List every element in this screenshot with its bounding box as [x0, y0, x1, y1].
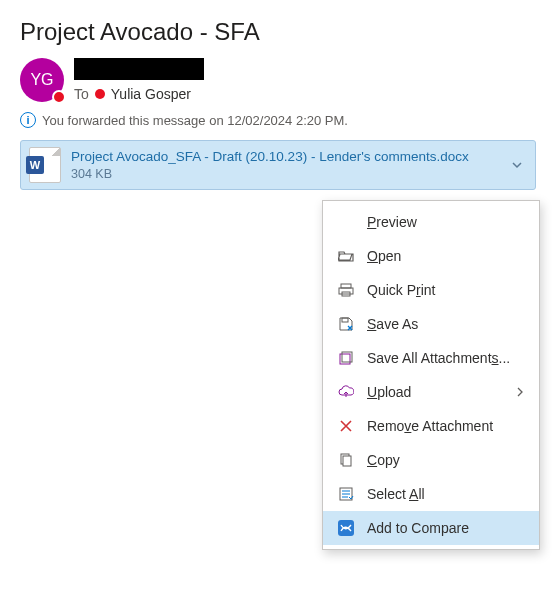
copy-icon [337, 451, 355, 469]
menu-add-to-compare[interactable]: Add to Compare [323, 511, 539, 545]
menu-remove-label: Remove Attachment [367, 418, 525, 434]
menu-select-all-label: Select All [367, 486, 525, 502]
compare-icon [337, 519, 355, 537]
chevron-right-icon [515, 387, 525, 397]
info-icon: i [20, 112, 36, 128]
menu-open[interactable]: Open [323, 239, 539, 273]
menu-preview[interactable]: Preview [323, 205, 539, 239]
presence-dot-icon [52, 90, 66, 104]
word-badge: W [26, 156, 44, 174]
recipient-name[interactable]: Yulia Gosper [111, 86, 191, 102]
printer-icon [337, 281, 355, 299]
menu-add-to-compare-label: Add to Compare [367, 520, 525, 536]
menu-upload[interactable]: Upload [323, 375, 539, 409]
svg-rect-0 [341, 284, 351, 288]
menu-quick-print[interactable]: Quick Print [323, 273, 539, 307]
svg-rect-9 [338, 520, 354, 536]
open-folder-icon [337, 247, 355, 265]
sender-name-redacted [74, 58, 204, 80]
recipient-presence-icon [95, 89, 105, 99]
save-as-icon [337, 315, 355, 333]
menu-save-all-label: Save All Attachments... [367, 350, 525, 366]
attachment-chip[interactable]: W Project Avocado_SFA - Draft (20.10.23)… [20, 140, 536, 190]
menu-remove-attachment[interactable]: Remove Attachment [323, 409, 539, 443]
select-all-icon [337, 485, 355, 503]
sender-avatar[interactable]: YG [20, 58, 64, 102]
menu-copy-label: Copy [367, 452, 525, 468]
svg-rect-1 [339, 288, 353, 294]
menu-preview-label: Preview [367, 214, 525, 230]
email-header: YG To Yulia Gosper [0, 58, 556, 110]
svg-rect-3 [342, 318, 348, 322]
menu-save-as-label: Save As [367, 316, 525, 332]
to-label: To [74, 86, 89, 102]
menu-save-as[interactable]: Save As [323, 307, 539, 341]
blank-icon [337, 213, 355, 231]
menu-copy[interactable]: Copy [323, 443, 539, 477]
email-subject: Project Avocado - SFA [0, 0, 556, 58]
attachment-context-menu: Preview Open Quick Print Save As Save Al… [322, 200, 540, 550]
attachment-size: 304 KB [71, 166, 497, 182]
save-all-icon [337, 349, 355, 367]
menu-quick-print-label: Quick Print [367, 282, 525, 298]
word-file-icon: W [29, 147, 61, 183]
menu-open-label: Open [367, 248, 525, 264]
forward-info-bar: i You forwarded this message on 12/02/20… [0, 110, 556, 136]
menu-select-all[interactable]: Select All [323, 477, 539, 511]
menu-upload-label: Upload [367, 384, 503, 400]
menu-save-all-attachments[interactable]: Save All Attachments... [323, 341, 539, 375]
svg-rect-7 [343, 456, 351, 466]
forward-info-text: You forwarded this message on 12/02/2024… [42, 113, 348, 128]
upload-cloud-icon [337, 383, 355, 401]
attachment-filename: Project Avocado_SFA - Draft (20.10.23) -… [71, 148, 497, 166]
remove-x-icon [337, 417, 355, 435]
attachment-dropdown-button[interactable] [507, 155, 527, 175]
